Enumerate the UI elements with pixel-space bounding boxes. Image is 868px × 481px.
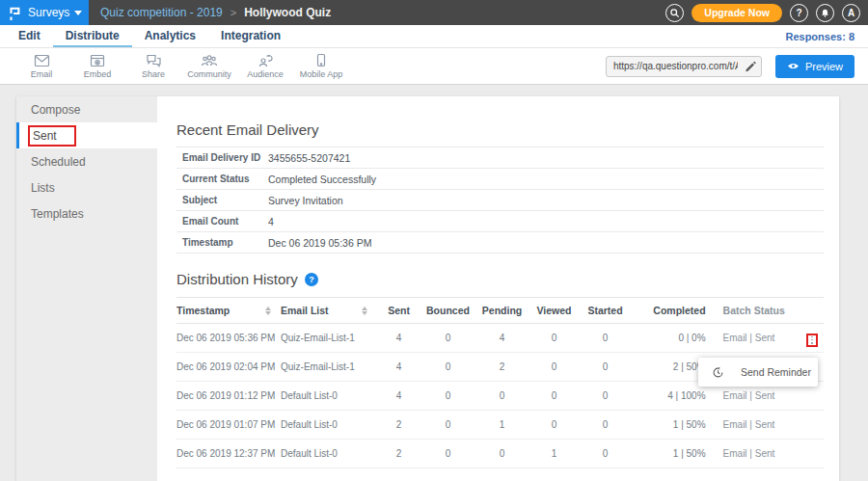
embed-icon [90, 54, 105, 67]
cell-sent: 2 [377, 440, 421, 468]
sidebar-item-compose[interactable]: Compose [16, 96, 157, 122]
cell-timestamp: Dec 06 2019 01:12 PM [176, 382, 281, 411]
breadcrumb-parent[interactable]: Quiz competition - 2019 [100, 6, 223, 19]
column-header-sent: Sent [377, 298, 421, 324]
distribution-history-title: Distribution History ? [176, 271, 824, 287]
sidebar-item-scheduled[interactable]: Scheduled [16, 148, 157, 174]
toolbar-item-share[interactable]: Share [125, 54, 181, 79]
cell-viewed: 0 [529, 411, 580, 440]
sidebar-item-lists[interactable]: Lists [16, 174, 157, 200]
sidebar-item-sent[interactable]: Sent [16, 122, 157, 148]
cell-started: 0 [579, 411, 631, 440]
detail-row: Subject Survey Invitation [176, 190, 824, 211]
upgrade-now-button[interactable]: Upgrade Now [692, 4, 782, 22]
detail-value: 3455655-5207421 [268, 152, 350, 164]
help-button[interactable]: ? [790, 4, 808, 22]
vertical-ellipsis-icon [811, 336, 813, 337]
questionpro-logo [8, 5, 21, 21]
toolbar-item-label: Email [31, 69, 53, 79]
survey-url-group: Preview [606, 55, 854, 78]
toolbar-item-label: Embed [84, 69, 112, 79]
cell-viewed: 0 [529, 382, 580, 411]
cell-batch-status: Email | Sent [712, 411, 790, 440]
column-header-email-list: Email List [281, 298, 377, 324]
preview-button-label: Preview [805, 61, 843, 72]
surveys-menu-label: Surveys [28, 6, 69, 19]
toolbar-item-email[interactable]: Email [14, 54, 69, 79]
tab-integration[interactable]: Integration [208, 25, 293, 47]
toolbar-item-audience[interactable]: Audience [237, 54, 293, 79]
notifications-button[interactable] [816, 4, 834, 22]
survey-url-input[interactable] [606, 56, 762, 77]
cell-sent: 2 [377, 411, 421, 440]
sort-icon[interactable] [362, 307, 367, 315]
sort-icon[interactable] [265, 307, 271, 315]
cell-sent: 4 [377, 382, 421, 411]
detail-row: Email Count 4 [176, 211, 824, 232]
detail-value: Dec 06 2019 05:36 PM [268, 237, 371, 249]
cell-pending: 0 [475, 382, 529, 411]
detail-label: Subject [182, 195, 268, 205]
cell-started: 0 [579, 324, 631, 353]
column-header-batch-status: Batch Status [712, 298, 790, 324]
toolbar-item-community[interactable]: Community [181, 54, 237, 79]
toolbar-item-label: Community [187, 69, 231, 79]
column-header-viewed: Viewed [529, 298, 580, 324]
cell-bounced: 0 [420, 382, 475, 411]
header-actions: Upgrade Now ? A [665, 0, 868, 25]
cell-sent: 4 [377, 324, 421, 353]
cell-timestamp: Dec 06 2019 12:37 PM [176, 440, 281, 468]
toolbar-item-label: Mobile App [300, 69, 343, 79]
toolbar-item-label: Audience [247, 69, 284, 79]
responses-count[interactable]: Responses: 8 [785, 25, 862, 47]
tab-edit[interactable]: Edit [6, 25, 53, 47]
cell-pending: 4 [475, 324, 529, 353]
survey-nav: Edit Distribute Analytics Integration Re… [0, 25, 868, 48]
cell-viewed: 0 [529, 324, 580, 353]
cell-started: 0 [579, 440, 631, 468]
recent-delivery-title: Recent Email Delivery [176, 121, 824, 138]
cell-pending: 0 [475, 440, 529, 468]
detail-value: Completed Successfully [268, 174, 376, 185]
breadcrumb: Quiz competition - 2019 > Hollywood Quiz [100, 0, 331, 25]
breadcrumb-separator-icon: > [231, 7, 236, 18]
content-card: Compose Sent Scheduled Lists Templates R… [16, 96, 839, 481]
column-header-completed: Completed [631, 298, 711, 324]
toolbar-item-label: Share [142, 69, 165, 79]
preview-button[interactable]: Preview [775, 55, 854, 78]
tab-analytics[interactable]: Analytics [132, 25, 208, 47]
annotation-highlight: Sent [28, 125, 76, 147]
search-button[interactable] [665, 4, 684, 22]
page-body: Compose Sent Scheduled Lists Templates R… [0, 85, 868, 481]
toolbar-item-mobile-app[interactable]: Mobile App [293, 53, 349, 79]
detail-value: Survey Invitation [268, 195, 343, 206]
avatar[interactable]: A [842, 4, 860, 22]
breadcrumb-current: Hollywood Quiz [244, 6, 331, 19]
cell-completed: 1 | 50% [631, 440, 711, 468]
cell-viewed: 1 [529, 440, 580, 468]
cell-completed: 1 | 50% [631, 411, 711, 440]
detail-row: Current Status Completed Successfully [176, 169, 824, 190]
sidebar-item-templates[interactable]: Templates [16, 200, 157, 227]
tab-distribute[interactable]: Distribute [53, 25, 132, 47]
cell-batch-status: Email | Sent [712, 324, 790, 353]
detail-label: Email Delivery ID [182, 152, 268, 163]
column-header-bounced: Bounced [420, 298, 475, 324]
cell-sent: 4 [377, 353, 421, 382]
menu-item-send-reminder[interactable]: Send Reminder [741, 366, 811, 378]
table-row: Dec 06 2019 01:07 PM Default List-0 2 0 … [176, 411, 824, 440]
search-icon [669, 8, 680, 18]
detail-row: Email Delivery ID 3455655-5207421 [176, 147, 824, 169]
surveys-menu[interactable]: Surveys [28, 6, 82, 19]
help-circle-icon[interactable]: ? [305, 273, 318, 286]
toolbar-item-embed[interactable]: Embed [69, 54, 125, 79]
row-options-button[interactable] [806, 334, 818, 347]
chevron-down-icon [74, 11, 82, 15]
cell-completed: 0 | 0% [631, 324, 711, 353]
edit-url-icon[interactable] [744, 60, 756, 72]
cell-email-list: Default List-0 [281, 440, 377, 468]
cell-batch-status: Email | Sent [712, 440, 790, 468]
cell-viewed: 0 [529, 353, 580, 382]
cell-bounced: 0 [420, 324, 475, 353]
community-icon [201, 54, 218, 67]
